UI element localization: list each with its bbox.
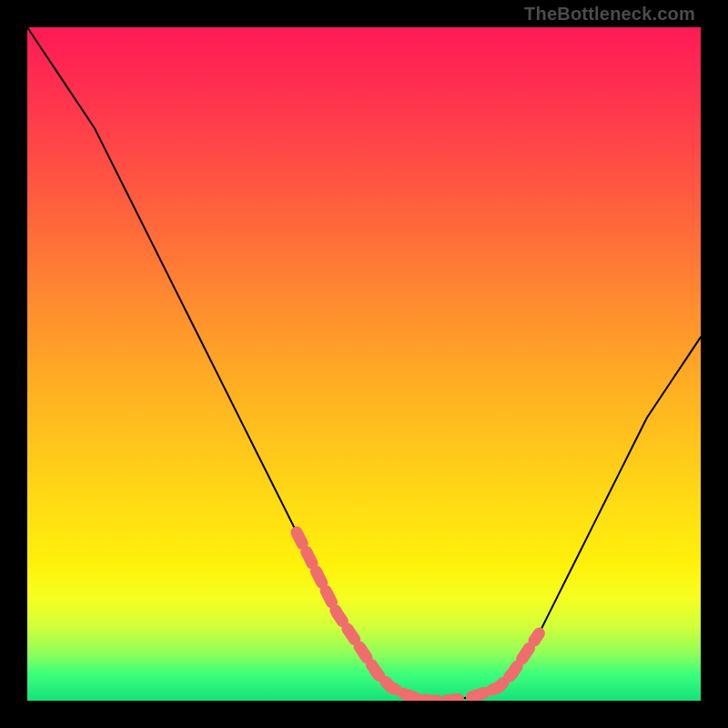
plot-area <box>27 27 701 701</box>
chart-svg <box>27 27 701 701</box>
highlight-segment-0 <box>297 532 459 701</box>
highlight-segment-1 <box>471 633 539 697</box>
main-curve <box>27 27 701 701</box>
watermark-text: TheBottleneck.com <box>524 4 695 25</box>
chart-frame: TheBottleneck.com <box>0 0 728 728</box>
